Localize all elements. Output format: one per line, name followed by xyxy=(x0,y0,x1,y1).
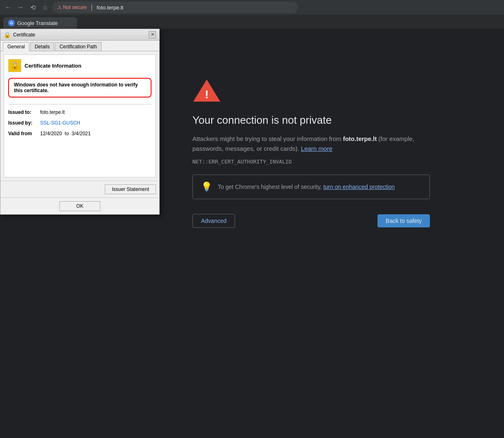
enhanced-protection-link[interactable]: turn on enhanced protection xyxy=(323,184,395,190)
cert-issued-by: Issued by: SSL-SG1-GUSCH xyxy=(8,120,151,126)
valid-from-value: 12/4/2020 to 3/4/2021 xyxy=(40,131,90,136)
cert-tabs: General Details Certification Path xyxy=(0,41,159,51)
valid-from-date: 12/4/2020 xyxy=(40,131,62,136)
cert-tab-general[interactable]: General xyxy=(3,42,29,51)
cert-title-icon: 🔒 xyxy=(4,32,11,38)
security-text-prefix: To get Chrome's highest level of securit… xyxy=(218,184,323,190)
advanced-button[interactable]: Advanced xyxy=(192,214,235,228)
cert-body: 🔒 Certificate Information Windows does n… xyxy=(4,54,156,177)
back-to-safety-button[interactable]: Back to safety xyxy=(377,214,430,227)
issuer-statement-button[interactable]: Issuer Statement xyxy=(105,184,156,194)
cert-info-header: 🔒 Certificate Information xyxy=(8,59,151,72)
google-translate-tab[interactable]: G Google Translate xyxy=(3,17,77,29)
cert-tab-certpath-label: Certification Path xyxy=(59,44,97,50)
certificate-dialog: 🔒 Certificate ✕ General Details Certific… xyxy=(0,29,160,215)
error-code: NET::ERR_CERT_AUTHORITY_INVALID xyxy=(192,159,292,165)
cert-ok-button[interactable]: OK xyxy=(59,201,100,211)
issued-to-label: Issued to: xyxy=(8,109,37,115)
home-button[interactable]: ⌂ xyxy=(40,2,50,12)
error-domain: foto.terpe.lt xyxy=(343,135,377,142)
cert-titlebar-left: 🔒 Certificate xyxy=(4,32,35,38)
address-text: foto.terpe.lt xyxy=(97,5,123,11)
warning-triangle-icon: ! xyxy=(192,78,221,102)
error-page: ! Your connection is not private Attacke… xyxy=(160,29,504,438)
issued-by-label: Issued by: xyxy=(8,120,37,126)
cert-warning-text: Windows does not have enough information… xyxy=(14,82,138,93)
address-bar[interactable]: ⚠ Not secure | foto.terpe.lt xyxy=(52,2,298,13)
cert-tab-details-label: Details xyxy=(35,44,50,50)
error-description: Attackers might be trying to steal your … xyxy=(192,134,430,154)
browser-chrome: ← → ⟲ ⌂ ⚠ Not secure | foto.terpe.lt xyxy=(0,0,504,15)
learn-more-link[interactable]: Learn more xyxy=(301,145,332,152)
main-content: ! Your connection is not private Attacke… xyxy=(0,29,504,438)
back-button[interactable]: ← xyxy=(3,2,13,12)
cert-info-title: Certificate Information xyxy=(25,63,81,69)
tabs-bar: G Google Translate xyxy=(0,15,504,29)
cert-icon: 🔒 xyxy=(8,59,21,72)
tab-favicon: G xyxy=(8,20,15,26)
action-buttons: Advanced Back to safety xyxy=(192,214,430,228)
error-title: Your connection is not private xyxy=(192,114,332,127)
cert-warning-box: Windows does not have enough information… xyxy=(8,78,151,98)
valid-from-label: Valid from xyxy=(8,131,37,136)
cert-tab-general-label: General xyxy=(7,44,25,50)
forward-button[interactable]: → xyxy=(16,2,25,12)
cert-divider xyxy=(8,104,151,104)
cert-issued-to: Issued to: foto.terpe.lt xyxy=(8,109,151,115)
desc-prefix: Attackers might be trying to steal your … xyxy=(192,135,343,142)
tab-label: Google Translate xyxy=(17,20,58,26)
not-secure-indicator: ⚠ Not secure xyxy=(57,5,87,10)
security-box-text: To get Chrome's highest level of securit… xyxy=(218,184,395,190)
cert-valid-from: Valid from 12/4/2020 to 3/4/2021 xyxy=(8,131,151,136)
cert-tab-details[interactable]: Details xyxy=(30,42,54,51)
separator: | xyxy=(91,4,93,11)
not-secure-text: Not secure xyxy=(63,5,87,10)
issued-by-value: SSL-SG1-GUSCH xyxy=(40,120,80,126)
cert-titlebar: 🔒 Certificate ✕ xyxy=(0,29,159,41)
cert-tab-certification-path[interactable]: Certification Path xyxy=(55,42,101,51)
lightbulb-icon: 💡 xyxy=(201,182,212,192)
valid-to-label: to xyxy=(65,131,69,136)
warning-icon: ⚠ xyxy=(57,5,62,10)
issued-to-value: foto.terpe.lt xyxy=(40,109,65,115)
valid-to-date: 3/4/2021 xyxy=(72,131,91,136)
svg-text:!: ! xyxy=(205,88,208,101)
cert-title-text: Certificate xyxy=(13,32,35,38)
cert-ok-row: OK xyxy=(0,197,159,214)
cert-footer: Issuer Statement xyxy=(0,181,159,197)
reload-button[interactable]: ⟲ xyxy=(28,2,38,12)
security-protection-box: 💡 To get Chrome's highest level of secur… xyxy=(192,175,430,199)
cert-close-button[interactable]: ✕ xyxy=(149,31,156,39)
